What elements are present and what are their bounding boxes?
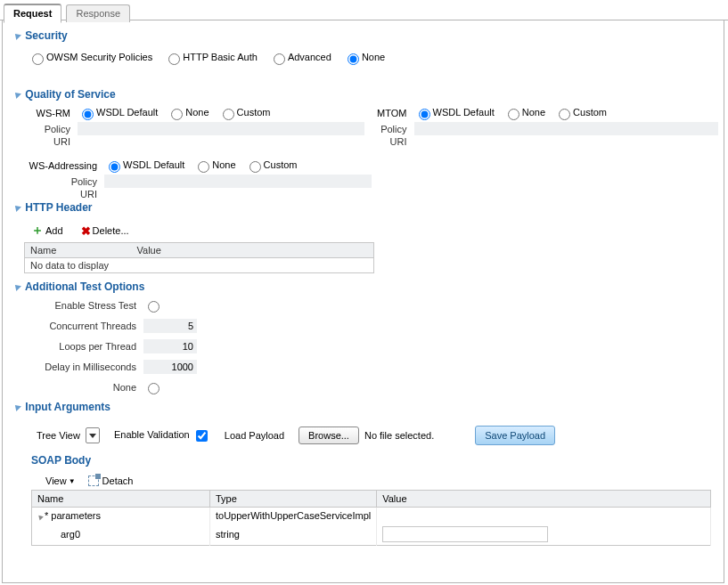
- tab-bar: Request Response: [0, 0, 728, 20]
- none-label: None: [28, 382, 143, 393]
- radio[interactable]: [32, 53, 44, 65]
- wsrm-uri-label: URI: [19, 136, 78, 147]
- security-advanced-option[interactable]: Advanced: [269, 52, 331, 62]
- radio[interactable]: [223, 109, 234, 120]
- tab-request[interactable]: Request: [4, 4, 61, 23]
- detach-button[interactable]: Detach: [88, 475, 134, 486]
- stress-radio[interactable]: [148, 301, 160, 313]
- mtom-label: MTOM: [373, 108, 414, 118]
- arg-type-cell: string: [210, 524, 377, 546]
- radio[interactable]: [559, 109, 570, 120]
- col-value: Value: [377, 491, 711, 508]
- disclosure-icon: [12, 90, 21, 99]
- loops-input[interactable]: [143, 339, 197, 353]
- wsa-uri-label: URI: [19, 189, 104, 199]
- mtom-none-option[interactable]: None: [503, 106, 545, 120]
- mtom-uri-label: URI: [373, 136, 414, 147]
- arg-value-cell: [377, 524, 711, 546]
- disclosure-icon[interactable]: [37, 514, 44, 521]
- browse-button[interactable]: Browse...: [299, 427, 359, 444]
- addopts-title: Additional Test Options: [25, 280, 144, 293]
- radio[interactable]: [109, 161, 120, 173]
- radio[interactable]: [419, 109, 430, 120]
- inputargs-title: Input Arguments: [25, 401, 110, 413]
- stress-label: Enable Stress Test: [28, 300, 143, 311]
- wsa-custom-option[interactable]: Custom: [245, 158, 298, 173]
- mtom-custom-option[interactable]: Custom: [554, 106, 607, 120]
- wsrm-policy-label: Policy: [19, 124, 78, 134]
- detach-icon: [88, 475, 99, 486]
- mtom-default-option[interactable]: WSDL Default: [414, 106, 495, 120]
- httpheader-header[interactable]: HTTP Header: [13, 201, 718, 214]
- wsrm-none-option[interactable]: None: [167, 106, 209, 120]
- security-header[interactable]: Security: [13, 29, 718, 42]
- tab-response[interactable]: Response: [66, 4, 130, 22]
- col-value: Value: [132, 243, 374, 258]
- add-button[interactable]: ＋ Add: [31, 223, 63, 239]
- soap-body-title: SOAP Body: [31, 454, 718, 467]
- loops-label: Loops per Thread: [28, 341, 143, 352]
- no-file-label: No file selected.: [364, 430, 434, 441]
- x-icon: ✖: [81, 224, 91, 238]
- disclosure-icon: [12, 282, 21, 291]
- disclosure-icon: [12, 203, 21, 212]
- wsrm-label: WS-RM: [19, 108, 78, 118]
- save-payload-button[interactable]: Save Payload: [475, 426, 555, 445]
- radio[interactable]: [508, 109, 519, 120]
- disclosure-icon: [12, 402, 21, 411]
- radio[interactable]: [249, 161, 261, 173]
- radio[interactable]: [168, 53, 180, 65]
- col-type: Type: [210, 491, 377, 508]
- table-row: * parameters toUpperWithUpperCaseService…: [32, 508, 711, 524]
- security-title: Security: [25, 29, 67, 42]
- radio[interactable]: [198, 161, 209, 173]
- soap-body-table: Name Type Value * parameters toUpperWith…: [31, 490, 711, 546]
- security-none-option[interactable]: None: [343, 52, 385, 62]
- load-payload-label: Load Payload: [225, 430, 284, 441]
- threads-label: Concurrent Threads: [28, 321, 143, 331]
- wsa-none-option[interactable]: None: [193, 158, 235, 173]
- table-row: arg0 string: [32, 524, 711, 546]
- tree-view-select[interactable]: Tree View: [31, 427, 100, 443]
- wsa-label: WS-Addressing: [19, 160, 104, 171]
- httpheader-title: HTTP Header: [25, 201, 92, 214]
- inputargs-header[interactable]: Input Arguments: [13, 401, 718, 413]
- security-http-option[interactable]: HTTP Basic Auth: [164, 52, 258, 62]
- mtom-policy-input[interactable]: [414, 122, 719, 135]
- view-menu[interactable]: View ▼: [45, 475, 76, 486]
- security-owsm-option[interactable]: OWSM Security Policies: [28, 52, 152, 62]
- wsrm-custom-option[interactable]: Custom: [218, 106, 271, 120]
- delay-input[interactable]: [143, 360, 197, 374]
- enable-validation-checkbox[interactable]: [196, 430, 208, 442]
- delete-button[interactable]: ✖ Delete...: [81, 223, 129, 239]
- wsrm-policy-input[interactable]: [78, 122, 364, 135]
- radio[interactable]: [82, 109, 94, 120]
- param-value-cell: [377, 508, 711, 524]
- mtom-policy-label: Policy: [373, 124, 414, 134]
- wsa-policy-label: Policy: [19, 176, 104, 187]
- arg-name-cell: arg0: [32, 524, 210, 546]
- disclosure-icon: [12, 31, 21, 40]
- radio[interactable]: [348, 53, 359, 65]
- chevron-down-icon: ▼: [69, 477, 76, 485]
- qos-header[interactable]: Quality of Service: [13, 88, 718, 101]
- empty-row: No data to display: [25, 258, 374, 273]
- none-radio[interactable]: [148, 383, 160, 394]
- qos-title: Quality of Service: [25, 88, 115, 101]
- col-name: Name: [32, 491, 210, 508]
- plus-icon: ＋: [31, 223, 44, 239]
- delay-label: Delay in Milliseconds: [28, 362, 143, 372]
- param-name-cell: * parameters: [32, 508, 210, 524]
- wsa-default-option[interactable]: WSDL Default: [104, 158, 184, 173]
- threads-input[interactable]: [143, 319, 197, 333]
- radio[interactable]: [274, 53, 285, 65]
- chevron-down-icon: [86, 427, 100, 443]
- enable-validation-label: Enable Validation: [114, 429, 190, 440]
- radio[interactable]: [171, 109, 183, 120]
- wsa-policy-input[interactable]: [104, 175, 372, 188]
- param-type-cell: toUpperWithUpperCaseServiceImpl: [210, 508, 377, 524]
- addopts-header[interactable]: Additional Test Options: [13, 280, 718, 293]
- arg0-value-input[interactable]: [382, 526, 548, 542]
- wsrm-default-option[interactable]: WSDL Default: [78, 106, 158, 120]
- col-name: Name: [25, 243, 132, 258]
